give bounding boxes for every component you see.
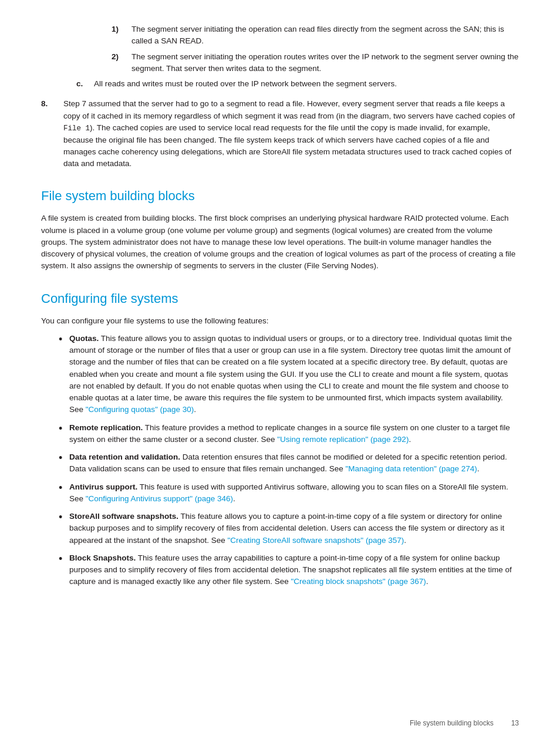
footer-left: File system building blocks <box>410 718 494 728</box>
lettered-item-c: c. All reads and writes must be routed o… <box>76 78 519 90</box>
storeall-snapshots-bold: StoreAll software snapshots. <box>69 512 178 521</box>
main-num-8: 8. <box>41 98 60 170</box>
letter-text-c: All reads and writes must be routed over… <box>94 78 397 90</box>
section-file-system-building-blocks: File system building blocks A file syste… <box>41 186 519 272</box>
bullet-item-antivirus: • Antivirus support. This feature is use… <box>59 481 519 505</box>
storeall-snapshots-link[interactable]: "Creating StoreAll software snapshots" (… <box>227 536 404 545</box>
bullet-item-block-snapshots: • Block Snapshots. This feature uses the… <box>59 552 519 588</box>
block-snapshots-link[interactable]: "Creating block snapshots" (page 367) <box>291 577 426 586</box>
page: 1) The segment server initiating the ope… <box>0 0 560 746</box>
list-item-1: 1) The segment server initiating the ope… <box>112 23 519 48</box>
section2-intro: You can configure your file systems to u… <box>41 315 519 327</box>
quotas-link[interactable]: "Configuring quotas" (page 30) <box>86 405 194 414</box>
list-item-2: 2) The segment server initiating the ope… <box>112 51 519 75</box>
antivirus-link[interactable]: "Configuring Antivirus support" (page 34… <box>86 494 233 503</box>
antivirus-end: . <box>233 494 235 503</box>
block-snapshots-end: . <box>426 577 429 586</box>
footer-right: 13 <box>511 718 519 728</box>
remote-replication-link[interactable]: "Using remote replication" (page 292) <box>277 435 409 444</box>
bullet-dot-6: • <box>59 552 69 566</box>
item-num-1: 1) <box>112 23 128 48</box>
bullet-text-remote-replication: Remote replication. This feature provide… <box>69 422 519 446</box>
bullet-dot-4: • <box>59 481 69 495</box>
remote-replication-bold: Remote replication. <box>69 423 143 432</box>
quotas-text: This feature allows you to assign quotas… <box>69 334 512 414</box>
quotas-bold: Quotas. <box>69 334 99 343</box>
remote-replication-end: . <box>409 435 411 444</box>
bullet-dot-5: • <box>59 511 69 524</box>
bullet-item-data-retention: • Data retention and validation. Data re… <box>59 451 519 475</box>
section1-para: A file system is created from building b… <box>41 212 519 272</box>
section1-heading: File system building blocks <box>41 186 519 205</box>
item8-text1: Step 7 assumed that the server had to go… <box>63 99 515 120</box>
item-text-2: The segment server initiating the operat… <box>131 51 519 75</box>
bullet-text-storeall-snapshots: StoreAll software snapshots. This featur… <box>69 511 519 546</box>
section2-heading: Configuring file systems <box>41 289 519 308</box>
data-retention-link[interactable]: "Managing data retention" (page 274) <box>346 464 477 473</box>
bullet-dot-1: • <box>59 333 69 346</box>
item-num-2: 2) <box>112 51 128 75</box>
data-retention-end: . <box>477 464 480 473</box>
item-text-1: The segment server initiating the operat… <box>131 23 519 48</box>
bullet-dot-2: • <box>59 422 69 436</box>
bullet-item-storeall-snapshots: • StoreAll software snapshots. This feat… <box>59 511 519 546</box>
quotas-end: . <box>194 405 196 414</box>
bullet-text-quotas: Quotas. This feature allows you to assig… <box>69 333 519 416</box>
section-configuring-file-systems: Configuring file systems You can configu… <box>41 289 519 588</box>
bullet-item-quotas: • Quotas. This feature allows you to ass… <box>59 333 519 416</box>
numbered-list-outer: 1) The segment server initiating the ope… <box>112 23 519 75</box>
bullet-dot-3: • <box>59 451 69 465</box>
bullet-text-antivirus: Antivirus support. This feature is used … <box>69 481 519 505</box>
antivirus-bold: Antivirus support. <box>69 482 137 491</box>
item8-code: File 1 <box>63 124 90 133</box>
top-section: 1) The segment server initiating the ope… <box>41 23 519 90</box>
storeall-snapshots-end: . <box>404 536 406 545</box>
main-item-8: 8. Step 7 assumed that the server had to… <box>41 98 519 170</box>
bullet-text-data-retention: Data retention and validation. Data rete… <box>69 451 519 475</box>
bullet-list: • Quotas. This feature allows you to ass… <box>59 333 519 588</box>
footer: File system building blocks 13 <box>41 718 519 728</box>
bullet-text-block-snapshots: Block Snapshots. This feature uses the a… <box>69 552 519 588</box>
footer-text: File system building blocks 13 <box>410 718 519 728</box>
data-retention-bold: Data retention and validation. <box>69 453 180 461</box>
item8-text: Step 7 assumed that the server had to go… <box>63 98 519 170</box>
bullet-item-remote-replication: • Remote replication. This feature provi… <box>59 422 519 446</box>
block-snapshots-bold: Block Snapshots. <box>69 553 136 562</box>
letter-c: c. <box>76 78 90 90</box>
item8-text2: ). The cached copies are used to service… <box>63 123 511 168</box>
